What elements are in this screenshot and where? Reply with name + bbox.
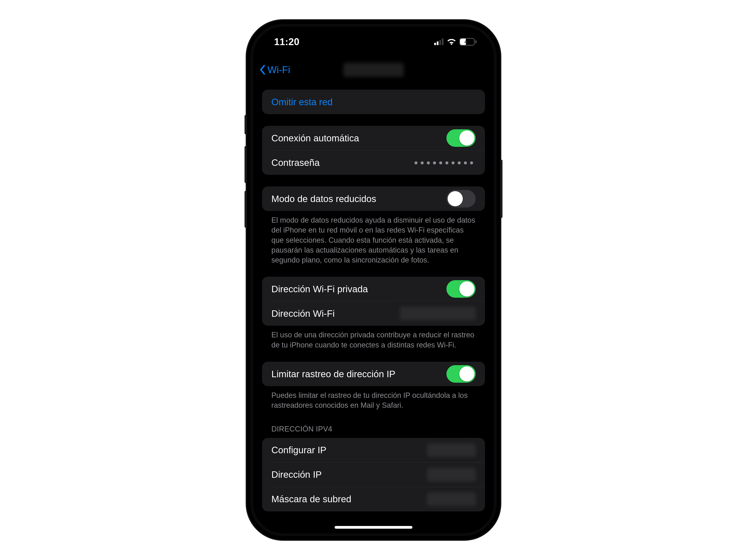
limit-ip-footer: Puedes limitar el rastreo de tu direcció… <box>262 386 485 410</box>
auto-join-toggle[interactable] <box>446 129 475 147</box>
wifi-address-value-redacted <box>400 306 475 320</box>
back-label: Wi-Fi <box>267 64 290 76</box>
status-time: 11:20 <box>274 36 300 48</box>
ip-address-value-redacted <box>427 468 475 481</box>
wifi-address-row[interactable]: Dirección Wi-Fi <box>262 301 485 326</box>
low-data-footer: El modo de datos reducidos ayuda a dismi… <box>262 211 485 265</box>
ipv4-header: DIRECCIÓN IPV4 <box>262 410 485 436</box>
phone-frame: 11:20 40 <box>246 20 501 540</box>
group-forget: Omitir esta red <box>262 90 485 114</box>
private-address-footer: El uso de una dirección privada contribu… <box>262 326 485 350</box>
group-private-address: Dirección Wi-Fi privada Dirección Wi-Fi <box>262 277 485 326</box>
auto-join-row: Conexión automática <box>262 126 485 150</box>
password-label: Contraseña <box>272 157 319 168</box>
battery-percent: 40 <box>460 39 474 45</box>
private-address-toggle[interactable] <box>446 280 475 298</box>
group-limit-ip: Limitar rastreo de dirección IP <box>262 362 485 386</box>
volume-down-button[interactable] <box>244 191 247 228</box>
phone-bezel: 11:20 40 <box>250 24 497 536</box>
home-indicator[interactable] <box>335 526 412 529</box>
low-data-row: Modo de datos reducidos <box>262 186 485 211</box>
limit-ip-row: Limitar rastreo de dirección IP <box>262 362 485 386</box>
private-address-row: Dirección Wi-Fi privada <box>262 277 485 301</box>
dynamic-island <box>337 35 410 56</box>
forget-network-label: Omitir esta red <box>272 97 333 107</box>
ip-address-label: Dirección IP <box>272 469 322 480</box>
power-button[interactable] <box>500 160 503 218</box>
group-ipv4: Configurar IP Dirección IP Máscara de su… <box>262 438 485 511</box>
ip-address-row[interactable]: Dirección IP <box>262 462 485 487</box>
forget-network-row[interactable]: Omitir esta red <box>262 90 485 114</box>
password-row[interactable]: Contraseña ●●●●●●●●●● <box>262 150 485 175</box>
low-data-label: Modo de datos reducidos <box>272 193 376 204</box>
group-connection: Conexión automática Contraseña ●●●●●●●●●… <box>262 126 485 175</box>
subnet-mask-value-redacted <box>427 492 475 506</box>
volume-up-button[interactable] <box>244 146 247 183</box>
limit-ip-label: Limitar rastreo de dirección IP <box>272 369 395 379</box>
wifi-icon <box>447 38 456 45</box>
content[interactable]: Omitir esta red Conexión automática Cont… <box>253 83 494 511</box>
subnet-mask-row[interactable]: Máscara de subred <box>262 487 485 511</box>
status-indicators: 40 <box>434 38 476 46</box>
battery-indicator: 40 <box>460 38 476 46</box>
back-button[interactable]: Wi-Fi <box>259 64 290 76</box>
nav-bar: Wi-Fi <box>253 57 494 83</box>
mute-switch[interactable] <box>244 115 247 134</box>
screen: 11:20 40 <box>253 27 494 533</box>
configure-ip-value-redacted <box>427 443 475 457</box>
configure-ip-label: Configurar IP <box>272 445 327 455</box>
nav-title-redacted <box>343 63 404 77</box>
limit-ip-toggle[interactable] <box>446 365 475 383</box>
password-value: ●●●●●●●●●● <box>414 158 475 167</box>
cellular-signal-icon <box>434 38 443 45</box>
chevron-left-icon <box>259 64 266 75</box>
group-low-data: Modo de datos reducidos <box>262 186 485 211</box>
low-data-toggle[interactable] <box>446 190 475 208</box>
wifi-address-label: Dirección Wi-Fi <box>272 308 335 319</box>
subnet-mask-label: Máscara de subred <box>272 494 351 504</box>
auto-join-label: Conexión automática <box>272 133 359 143</box>
private-address-label: Dirección Wi-Fi privada <box>272 284 368 294</box>
configure-ip-row[interactable]: Configurar IP <box>262 438 485 462</box>
